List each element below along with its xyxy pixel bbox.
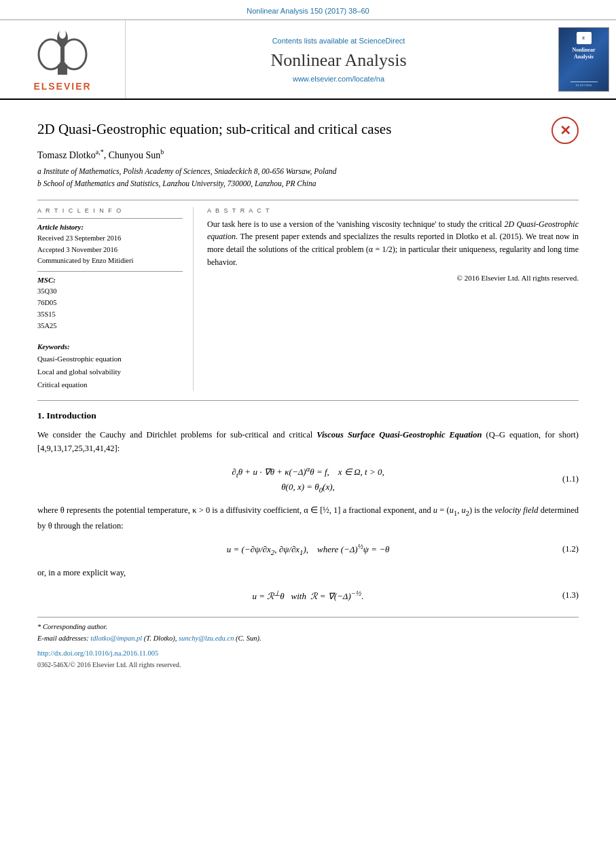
elsevier-text: ELSEVIER <box>32 81 93 92</box>
corresponding-author: * Corresponding author. <box>37 622 579 633</box>
svg-point-5 <box>59 29 66 39</box>
equation-1-2-block: u = (−∂ψ/∂x2, ∂ψ/∂x1), where (−Δ)½ψ = −θ… <box>37 541 579 558</box>
equation-1-1-content: ∂tθ + u · ∇θ + κ(−Δ)αθ = f, x ∈ Ω, t > 0… <box>37 463 579 495</box>
eq11-line2: θ(0, x) = θ0(x), <box>281 482 335 494</box>
author-a-sup: a,* <box>96 148 104 156</box>
intro-para3: or, in a more explicit way, <box>37 566 579 579</box>
abstract-col: A B S T R A C T Our task here is to use … <box>207 207 579 391</box>
paper-title: 2D Quasi-Geostrophic equation; sub-criti… <box>37 120 391 139</box>
journal-title: Nonlinear Analysis <box>270 50 406 71</box>
cover-title: NonlinearAnalysis <box>572 47 595 61</box>
intro-para1-em: Viscous Surface Quasi-Geostrophic Equati… <box>316 430 482 440</box>
elsevier-logo: ELSEVIER <box>32 27 93 92</box>
equation-1-2-content: u = (−∂ψ/∂x2, ∂ψ/∂x1), where (−Δ)½ψ = −θ <box>37 541 579 558</box>
footnotes-area: * Corresponding author. E-mail addresses… <box>37 617 579 668</box>
body-divider <box>37 400 579 401</box>
affiliation-a: a Institute of Mathematics, Polish Acade… <box>37 165 579 177</box>
article-info: A R T I C L E I N F O Article history: R… <box>37 207 194 391</box>
author-sep: , Chunyou Sun <box>104 150 161 160</box>
copyright-footer: 0362-546X/© 2016 Elsevier Ltd. All right… <box>37 661 579 668</box>
authors: Tomasz Dlotkoa,*, Chunyou Sunb <box>37 148 579 161</box>
msc-codes: 35Q30 76D05 35S15 35A25 <box>37 286 183 332</box>
intro-para1: We consider the Cauchy and Dirichlet pro… <box>37 428 579 455</box>
abstract-text-part2: . The present paper extends and speciali… <box>207 232 579 266</box>
affiliation-b: b School of Mathematics and Statistics, … <box>37 177 579 190</box>
affiliations: a Institute of Mathematics, Polish Acade… <box>37 165 579 190</box>
communicated-by: Communicated by Enzo Mitidieri <box>37 255 183 267</box>
article-info-label: A R T I C L E I N F O <box>37 207 183 214</box>
intro-para1-part1: We consider the Cauchy and Dirichlet pro… <box>37 430 316 440</box>
keywords-label: Keywords: <box>37 342 183 351</box>
intro-para2: where θ represents the potential tempera… <box>37 503 579 533</box>
email1-link[interactable]: tdlotko@impan.pl <box>90 634 142 642</box>
abstract-label: A B S T R A C T <box>207 207 579 214</box>
equation-1-1-block: ∂tθ + u · ∇θ + κ(−Δ)αθ = f, x ∈ Ω, t > 0… <box>37 463 579 495</box>
eq13-line: u = ℛ⊥θ with ℛ = ∇(−Δ)−½. <box>253 589 364 602</box>
eq12-line: u = (−∂ψ/∂x2, ∂ψ/∂x1), where (−Δ)½ψ = −θ <box>227 542 390 556</box>
keyword-2: Local and global solvability <box>37 365 183 378</box>
elsevier-tree-icon <box>32 27 93 78</box>
page: Nonlinear Analysis 150 (2017) 38–60 <box>0 0 616 841</box>
eq12-number: (1.2) <box>562 544 579 554</box>
eq11-line1: ∂tθ + u · ∇θ + κ(−Δ)αθ = f, x ∈ Ω, t > 0… <box>232 465 384 479</box>
title-row: 2D Quasi-Geostrophic equation; sub-criti… <box>37 113 579 148</box>
email-label: E-mail addresses: <box>37 634 89 642</box>
elsevier-banner: ELSEVIER Contents lists available at Sci… <box>0 20 616 100</box>
journal-url[interactable]: www.elsevier.com/locate/na <box>293 75 384 83</box>
journal-cover: E NonlinearAnalysis ELSEVIER <box>558 27 609 92</box>
abstract-copyright: © 2016 Elsevier Ltd. All rights reserved… <box>207 274 579 282</box>
author-a-name: Tomasz Dlotko <box>37 150 96 160</box>
sciencedirect-link[interactable]: ScienceDirect <box>359 37 405 45</box>
email2-name: (C. Sun). <box>236 634 261 642</box>
contents-text: Contents lists available at <box>272 37 357 45</box>
contents-line: Contents lists available at ScienceDirec… <box>272 37 405 45</box>
history-label: Article history: <box>37 223 183 231</box>
email2-link[interactable]: sunchy@lzu.edu.cn <box>179 634 234 642</box>
journal-header: Nonlinear Analysis 150 (2017) 38–60 <box>0 0 616 20</box>
journal-cover-box: E NonlinearAnalysis ELSEVIER <box>551 20 616 99</box>
keyword-3: Critical equation <box>37 378 183 391</box>
abstract-text: Our task here is to use a version of the… <box>207 218 579 268</box>
keywords-list: Quasi-Geostrophic equation Local and glo… <box>37 353 183 391</box>
author-b-sup: b <box>160 148 164 156</box>
eq11-number: (1.1) <box>562 474 579 484</box>
main-content: 2D Quasi-Geostrophic equation; sub-criti… <box>0 100 616 682</box>
two-column-section: A R T I C L E I N F O Article history: R… <box>37 207 579 391</box>
intro-heading: 1. Introduction <box>37 410 579 421</box>
msc-label: MSC: <box>37 276 183 284</box>
eq13-number: (1.3) <box>562 590 579 601</box>
accepted-date: Accepted 3 November 2016 <box>37 245 183 256</box>
received-date: Received 23 September 2016 <box>37 233 183 245</box>
email1-name: (T. Dlotko), <box>144 634 177 642</box>
journal-ref: Nonlinear Analysis 150 (2017) 38–60 <box>247 7 369 15</box>
doi-link[interactable]: http://dx.doi.org/10.1016/j.na.2016.11.0… <box>37 649 158 657</box>
equation-1-3-block: u = ℛ⊥θ with ℛ = ∇(−Δ)−½. (1.3) <box>37 588 579 603</box>
divider-1 <box>37 200 579 200</box>
elsevier-logo-box: ELSEVIER <box>0 20 126 99</box>
abstract-text-part1: Our task here is to use a version of the… <box>207 219 504 229</box>
equation-1-3-content: u = ℛ⊥θ with ℛ = ∇(−Δ)−½. <box>37 588 579 603</box>
msc-divider <box>37 271 183 272</box>
article-info-divider <box>37 218 183 219</box>
crossmark-icon[interactable]: ✕ <box>551 117 579 144</box>
journal-center: Contents lists available at ScienceDirec… <box>126 20 551 99</box>
keyword-1: Quasi-Geostrophic equation <box>37 353 183 365</box>
email-line: E-mail addresses: tdlotko@impan.pl (T. D… <box>37 633 579 645</box>
